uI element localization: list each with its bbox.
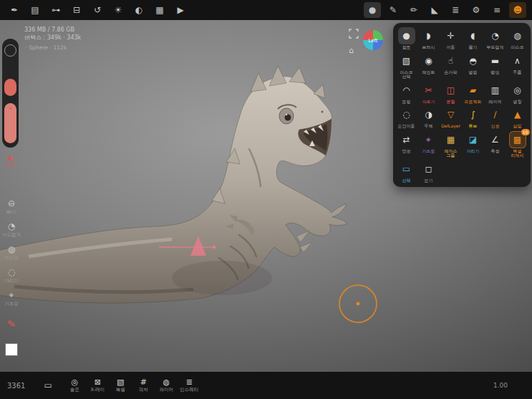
scene-graph-button[interactable]: ⊶ bbox=[47, 2, 64, 18]
symmetry-toggle[interactable]: ▲ 대칭 bbox=[0, 153, 21, 167]
tool-smudge[interactable]: ☝손가락 bbox=[440, 52, 462, 80]
measure-icon: ∠ bbox=[487, 131, 504, 148]
intensity-slider-handle[interactable]: ◦ bbox=[4, 103, 16, 143]
background-image-icon: ▦ bbox=[155, 5, 163, 15]
radius-indicator[interactable] bbox=[4, 44, 16, 57]
tool-thickness[interactable]: ◑두께 bbox=[417, 106, 440, 129]
tool-stretch[interactable]: ∕신전 bbox=[484, 106, 506, 129]
scene-stats: 336 MB / 7.86 GB 버텍스 : 349k · 343k •Sphe… bbox=[24, 26, 81, 52]
camera-icon: ▶ bbox=[177, 5, 183, 15]
tool-mask[interactable]: ◍마스크 bbox=[506, 27, 528, 50]
symmetry-label: 대칭 bbox=[0, 160, 21, 167]
tool-grid: ●점토◗브러시✛이동◖끌기◔부드럽게◍마스크▧마스크 선택◉페인트☝손가락◓범핑… bbox=[395, 27, 528, 183]
color-swatch[interactable] bbox=[5, 343, 18, 356]
gizmo-button[interactable]: ⌖기즈모 bbox=[4, 291, 19, 307]
tool-voxel-remesh[interactable]: ▩10복셀 리메셔 bbox=[506, 131, 528, 158]
tool-flatten[interactable]: ▬평면 bbox=[484, 52, 506, 80]
users-button[interactable]: ☻ bbox=[509, 2, 526, 18]
bake-button[interactable]: ⊟ bbox=[68, 2, 85, 18]
toolbar-right-icons: ●✎✏◣≣⚙≡☻ bbox=[364, 2, 526, 18]
mask-icon: ◍ bbox=[8, 245, 15, 254]
view-label: 보기 bbox=[418, 178, 439, 183]
tool-view[interactable]: ◻보기 bbox=[417, 160, 440, 183]
falloff-button[interactable]: ◣ bbox=[426, 2, 443, 18]
tool-clay[interactable]: ●점토 bbox=[395, 27, 417, 50]
xray-button[interactable]: ⊠X-레이 bbox=[88, 378, 107, 393]
pen-pressure-button[interactable]: ✏ bbox=[405, 2, 422, 18]
history-button[interactable]: ↺ bbox=[89, 2, 106, 18]
tool-trim[interactable]: ✂자르기 bbox=[417, 82, 440, 105]
stylus-toggle[interactable]: ✎ bbox=[6, 317, 16, 330]
background-image-button[interactable]: ▦ bbox=[151, 2, 168, 18]
home-icon[interactable]: ⌂ bbox=[349, 46, 354, 55]
tube-label: 튜브 bbox=[463, 124, 483, 129]
pen-tablet-icon[interactable]: ▭ bbox=[44, 380, 52, 390]
tool-teleport[interactable]: ◌순간이동 bbox=[395, 106, 417, 129]
grid-icon: # bbox=[140, 378, 147, 387]
voxel-button[interactable]: ▧복셀 bbox=[111, 378, 130, 393]
menu-icon: ≡ bbox=[493, 5, 500, 15]
material-button[interactable]: ◐ bbox=[130, 2, 147, 18]
tool-hide[interactable]: ◪가리기 bbox=[462, 131, 484, 158]
tool-smooth[interactable]: ◔부드럽게 bbox=[484, 27, 506, 50]
lighting-button[interactable]: ☀ bbox=[110, 2, 127, 18]
grid-button[interactable]: #격자 bbox=[134, 378, 153, 393]
tool-panel: ●점토◗브러시✛이동◖끌기◔부드럽게◍마스크▧마스크 선택◉페인트☝손가락◓범핑… bbox=[393, 23, 531, 187]
rotation-trackball[interactable]: Left bbox=[362, 29, 385, 52]
smudge-icon: ☝ bbox=[442, 52, 460, 69]
subtract-button[interactable]: ⊖빼기 bbox=[7, 199, 16, 216]
tool-project[interactable]: ▰프로젝트 bbox=[462, 82, 484, 105]
tool-del-layer[interactable]: ▽DelLayer bbox=[440, 106, 462, 129]
tool-invert[interactable]: ⇄반전 bbox=[395, 131, 417, 158]
hide-button[interactable]: ◌가리기 bbox=[4, 268, 19, 284]
smudge-label: 손가락 bbox=[440, 70, 461, 75]
wireframe-button[interactable]: ◍와이어 bbox=[157, 378, 176, 393]
brush-cursor bbox=[339, 285, 377, 322]
tool-insert[interactable]: ▲삽입 bbox=[506, 106, 528, 129]
files-button[interactable]: ▤ bbox=[26, 2, 44, 18]
camera-button[interactable]: ▶ bbox=[172, 2, 189, 18]
tool-bump[interactable]: ◓범핑 bbox=[462, 52, 484, 80]
smooth-button[interactable]: ◔부드럽게 bbox=[2, 222, 21, 239]
solo-label: 솔로 bbox=[70, 387, 79, 393]
settings-gear-button[interactable]: ⚙ bbox=[468, 2, 485, 18]
tool-measure[interactable]: ∠측정 bbox=[484, 131, 506, 158]
tool-drag[interactable]: ◖끌기 bbox=[462, 27, 484, 50]
layer-label: 레이어 bbox=[485, 100, 506, 105]
tool-morph[interactable]: ◠모핑 bbox=[395, 82, 417, 105]
tool-split[interactable]: ◫분할 bbox=[440, 82, 462, 105]
pen-button[interactable]: ✎ bbox=[385, 2, 402, 18]
tool-face-groups[interactable]: ▦페이스 그룹 bbox=[440, 131, 462, 158]
measure-label: 측정 bbox=[485, 149, 506, 154]
solo-button[interactable]: ◎솔로 bbox=[65, 378, 84, 393]
grid-label: 격자 bbox=[139, 387, 148, 393]
tool-move[interactable]: ✛이동 bbox=[440, 27, 462, 50]
tool-gizmo[interactable]: ⌖기즈모 bbox=[417, 131, 440, 158]
menu-button[interactable]: ≡ bbox=[488, 2, 506, 18]
tool-select[interactable]: ▭선택 bbox=[395, 160, 417, 183]
tool-crease[interactable]: ∧주름 bbox=[506, 52, 528, 80]
app-logo-button[interactable]: ✒ bbox=[6, 2, 23, 18]
radius-slider-handle[interactable] bbox=[4, 79, 16, 96]
hide-icon: ◪ bbox=[465, 131, 482, 148]
tool-mask-select[interactable]: ▧마스크 선택 bbox=[395, 52, 417, 80]
tool-tube[interactable]: ∫튜브 bbox=[462, 106, 484, 129]
matcap-sphere-button[interactable]: ● bbox=[364, 2, 381, 18]
tool-inflate[interactable]: ◎팽창 bbox=[506, 82, 528, 105]
mask-button[interactable]: ◍마스크 bbox=[4, 245, 19, 261]
tool-paint[interactable]: ◉페인트 bbox=[417, 52, 440, 80]
mask-select-icon: ▧ bbox=[398, 52, 415, 69]
tool-brush[interactable]: ◗브러시 bbox=[417, 27, 440, 50]
tool-layer[interactable]: ▥레이어 bbox=[484, 82, 506, 105]
voxel-remesh-badge: 10 bbox=[521, 129, 530, 135]
inspector-button[interactable]: ≣인스펙터 bbox=[180, 378, 199, 393]
viewport-canvas[interactable]: 336 MB / 7.86 GB 버텍스 : 349k · 343k •Sphe… bbox=[0, 20, 532, 372]
layers-icon: ≣ bbox=[452, 5, 459, 15]
insert-icon: ▲ bbox=[509, 106, 526, 123]
layer-icon: ▥ bbox=[487, 82, 504, 99]
fullscreen-icon[interactable] bbox=[349, 29, 359, 39]
voxel-label: 복셀 bbox=[116, 387, 125, 393]
stretch-icon: ∕ bbox=[487, 106, 504, 123]
layers-button[interactable]: ≣ bbox=[447, 2, 464, 18]
face-groups-label: 페이스 그룹 bbox=[440, 149, 461, 158]
